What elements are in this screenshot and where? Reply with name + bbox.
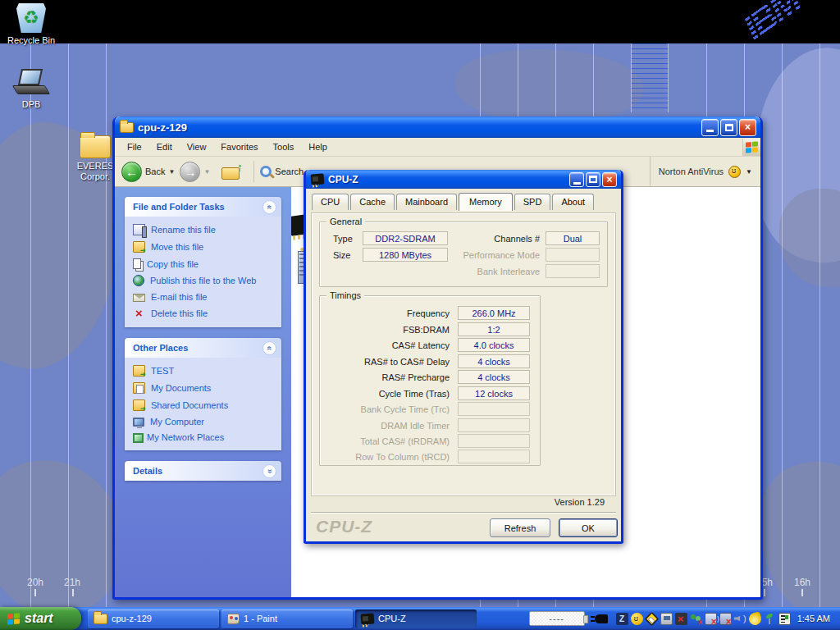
ok-button[interactable]: OK <box>559 518 618 537</box>
hour-tick <box>801 589 803 596</box>
place-my-network-places[interactable]: My Network Places <box>133 432 276 442</box>
menu-favorites[interactable]: Favorites <box>213 139 265 154</box>
chevron-down-icon[interactable]: ▼ <box>746 168 752 176</box>
place-shared-documents[interactable]: Shared Documents <box>133 399 276 411</box>
panel-title: Details <box>133 466 162 476</box>
place-my-computer[interactable]: My Computer <box>133 417 276 427</box>
norton-face-icon[interactable] <box>631 613 643 625</box>
maximize-button[interactable] <box>586 172 600 187</box>
general-groupbox: General Type DDR2-SDRAM Size 1280 MBytes… <box>319 221 608 287</box>
cpuz-logo-text: CPU-Z <box>316 517 372 536</box>
menu-edit[interactable]: Edit <box>149 139 180 154</box>
wallpaper-map-blob <box>455 49 644 123</box>
taskbar-button-paint[interactable]: 1 - Paint <box>221 609 353 628</box>
wallpaper-meridian <box>106 43 107 607</box>
task-rename-this-file[interactable]: Rename this file <box>133 224 276 235</box>
power-plug-icon[interactable] <box>595 614 608 623</box>
memory-size-value: 1280 MBytes <box>363 248 448 262</box>
taskbar-button-cpu-z-129[interactable]: cpu-z-129 <box>88 609 219 628</box>
system-tray: ---- Z 1:45 AM <box>529 607 840 630</box>
tab-about[interactable]: About <box>552 194 594 210</box>
start-label: start <box>25 611 53 626</box>
norton-icon <box>728 166 741 178</box>
ibm-logo: IBM <box>735 0 806 43</box>
menu-view[interactable]: View <box>180 139 214 154</box>
computer-error-icon[interactable] <box>705 613 717 625</box>
maximize-button[interactable] <box>720 119 737 136</box>
swoosh-icon[interactable] <box>747 611 762 626</box>
timing-value <box>458 418 530 432</box>
tab-cpu[interactable]: CPU <box>312 194 349 210</box>
start-button[interactable]: start <box>0 607 81 630</box>
task-delete-this-file[interactable]: × Delete this file <box>133 308 276 319</box>
task-copy-this-file[interactable]: Copy this file <box>133 258 276 269</box>
globe-icon <box>133 275 144 286</box>
explorer-titlebar[interactable]: cpu-z-129 × <box>115 116 760 138</box>
place-label: Shared Documents <box>151 400 228 410</box>
back-arrow-icon: ← <box>121 162 142 182</box>
task-move-this-file[interactable]: Move this file <box>133 241 276 253</box>
chevron-down-icon[interactable]: « <box>262 464 276 478</box>
timing-label: Total CAS# (tRDRAM) <box>320 436 450 446</box>
menu-file[interactable]: File <box>120 139 149 154</box>
timing-label: CAS# Latency <box>320 340 450 350</box>
bank-interleave-value <box>546 264 600 278</box>
desktop-icon-recycle-bin[interactable]: ♻ Recycle Bin <box>2 3 61 46</box>
menu-help[interactable]: Help <box>301 139 335 154</box>
place-my-documents[interactable]: My Documents <box>133 382 276 394</box>
timing-value: 12 clocks <box>458 386 530 400</box>
place-test[interactable]: TEST <box>133 365 276 377</box>
wallpaper-ladder-pattern <box>631 43 669 112</box>
mail-alert-icon[interactable] <box>644 611 658 625</box>
chevron-up-icon[interactable]: « <box>262 200 276 214</box>
speaker-icon[interactable] <box>734 613 746 625</box>
norton-antivirus-toolbar[interactable]: Norton AntiVirus ▼ <box>650 157 760 187</box>
chevron-up-icon[interactable]: « <box>262 341 276 355</box>
task-publish-this-file[interactable]: Publish this file to the Web <box>133 275 276 286</box>
no-signal-icon[interactable] <box>675 613 687 625</box>
folder-icon <box>80 135 111 158</box>
cpuz-titlebar[interactable]: CPU-Z × <box>306 170 621 189</box>
minimize-button[interactable] <box>701 119 719 136</box>
menu-tools[interactable]: Tools <box>266 139 302 154</box>
windows-flag-icon <box>7 613 20 624</box>
task-email-this-file[interactable]: E-mail this file <box>133 292 276 302</box>
desktop-icon-label: DPB <box>2 99 61 110</box>
battery-meter-icon[interactable]: ---- <box>529 611 585 626</box>
desktop-icon-dpb[interactable]: DPB <box>2 69 61 110</box>
slash-tray-icon[interactable]: Z <box>616 613 628 625</box>
panel-header[interactable]: Details « <box>125 461 281 481</box>
forward-button[interactable]: → ▼ <box>180 162 210 182</box>
close-button[interactable]: × <box>602 172 617 187</box>
back-button[interactable]: ← Back ▼ <box>121 162 175 182</box>
hour-tick <box>34 589 36 596</box>
up-button[interactable]: ↑ <box>221 163 241 180</box>
search-button[interactable]: Search <box>260 166 304 177</box>
close-button[interactable]: × <box>739 119 756 136</box>
panel-header[interactable]: Other Places « <box>125 338 281 358</box>
users-blocked-icon[interactable] <box>690 613 702 625</box>
panel-header[interactable]: File and Folder Tasks « <box>125 197 281 217</box>
panel-title: File and Folder Tasks <box>133 202 225 212</box>
tab-mainboard[interactable]: Mainboard <box>396 194 457 210</box>
refresh-button[interactable]: Refresh <box>490 518 550 537</box>
taskbar-button-cpuz[interactable]: CPU-Z <box>355 609 477 628</box>
media-display-icon[interactable] <box>778 613 791 625</box>
cpu-chip-icon <box>311 173 325 185</box>
tray-icons: Z <box>616 613 791 625</box>
timing-value <box>458 402 530 416</box>
tab-memory[interactable]: Memory <box>459 193 513 211</box>
display-error-icon[interactable] <box>719 613 732 625</box>
back-dropdown-arrow[interactable]: ▼ <box>168 168 175 176</box>
network-computer-icon[interactable] <box>660 613 673 625</box>
sprout-icon[interactable] <box>764 613 776 625</box>
email-icon <box>133 294 145 302</box>
norton-label: Norton AntiVirus <box>659 167 724 176</box>
taskbar-clock[interactable]: 1:45 AM <box>797 614 830 623</box>
tab-cache[interactable]: Cache <box>350 194 395 210</box>
tab-spd[interactable]: SPD <box>514 194 551 210</box>
place-label: TEST <box>151 366 174 376</box>
separator <box>311 512 616 514</box>
folder-icon <box>94 614 107 624</box>
minimize-button[interactable] <box>569 172 584 187</box>
